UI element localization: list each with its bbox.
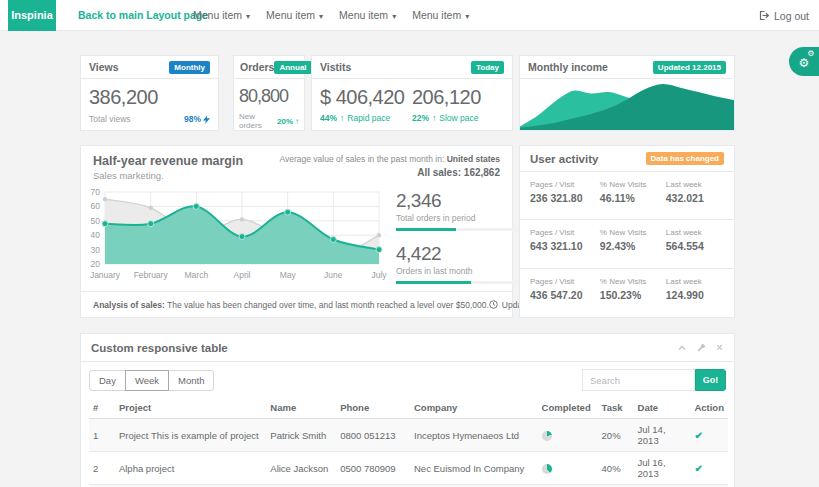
sign-out-icon [758, 10, 769, 21]
menu-item-label: Menu item [412, 9, 461, 21]
svg-text:May: May [280, 270, 297, 280]
svg-text:February: February [134, 270, 169, 280]
cell-phone: 0800 051213 [336, 419, 410, 452]
monthly-income-badge: Updated 12.2015 [653, 61, 726, 74]
svg-text:July: July [371, 270, 387, 280]
menu-item[interactable]: Menu item [412, 0, 469, 31]
orders-last-month-label: Orders in last month [396, 266, 521, 276]
caret-down-icon [388, 9, 396, 21]
cell-project: Alpha project [115, 452, 266, 485]
user-activity-row: Pages / Visit236 321.80% New Visits46.11… [520, 172, 734, 220]
custom-table-title: Custom responsive table [91, 342, 228, 354]
user-activity-cell: % New Visits150.23% [600, 277, 666, 317]
monthly-income-title: Monthly income [528, 61, 608, 73]
filter-week-button[interactable]: Week [125, 370, 169, 391]
search-input[interactable] [582, 369, 695, 391]
user-activity-cell-label: Pages / Visit [530, 180, 600, 189]
user-activity-cell-label: Last week [666, 180, 724, 189]
menu-item[interactable]: Menu item [193, 0, 250, 31]
collapse-chevron-up-icon[interactable] [677, 343, 687, 352]
table-header-row: #ProjectNamePhoneCompanyCompletedTaskDat… [89, 398, 728, 419]
brand-logo[interactable]: Inspinia [8, 0, 56, 31]
user-activity-row: Pages / Visit436 547.20% New Visits150.2… [520, 269, 734, 317]
vistits-badge: Today [471, 61, 504, 74]
pie-chart-icon [542, 464, 552, 474]
vistits-value-1: $ 406,420 [320, 86, 412, 109]
user-activity-cell-label: % New Visits [600, 228, 666, 237]
range-filter-group: DayWeekMonth [89, 370, 213, 391]
column-header: Completed [538, 398, 598, 419]
cell-date: Jul 14, 2013 [634, 419, 691, 452]
views-card-title: Views [89, 61, 119, 73]
caret-down-icon [315, 9, 323, 21]
cell-company: Inceptos Hymenaeos Ltd [410, 419, 538, 452]
menu-item-label: Menu item [339, 9, 388, 21]
table-row: 2Alpha projectAlice Jackson0500 780909Ne… [89, 452, 728, 485]
orders-in-period-progress [396, 228, 521, 231]
user-activity-cell-value: 46.11% [600, 192, 666, 204]
nav-menu: Menu itemMenu itemMenu itemMenu item [193, 0, 469, 31]
user-activity-cell: % New Visits46.11% [600, 180, 666, 219]
user-activity-cell-value: 150.23% [600, 289, 666, 301]
views-card: Views Monthly 386,200 Total views 98% [80, 55, 219, 131]
cell-phone: 0500 780909 [336, 452, 410, 485]
column-header: Project [115, 398, 266, 419]
close-icon[interactable] [715, 343, 724, 352]
custom-table-panel: Custom responsive table DayWeekMonth Go!… [80, 333, 735, 487]
views-value: 386,200 [89, 86, 210, 109]
logout-button[interactable]: Log out [758, 0, 809, 31]
cell-company: Nec Euismod In Company [410, 452, 538, 485]
user-activity-cell-value: 236 321.80 [530, 192, 600, 204]
user-activity-cell-label: Pages / Visit [530, 228, 600, 237]
pie-chart-icon [542, 431, 552, 441]
page: Inspinia Back to main Layout page Menu i… [0, 0, 819, 487]
user-activity-cell: Last week432.021 [666, 180, 724, 219]
cell-name: Alice Jackson [266, 452, 336, 485]
level-up-icon [295, 117, 299, 126]
orders-label: New orders [239, 112, 277, 130]
orders-badge: Annual [274, 61, 311, 74]
filter-day-button[interactable]: Day [89, 370, 126, 391]
menu-item[interactable]: Menu item [266, 0, 323, 31]
theme-settings-button[interactable] [789, 47, 819, 76]
filter-month-button[interactable]: Month [168, 370, 214, 391]
vistits-metric-2: 22% [412, 113, 429, 123]
revenue-panel-subtitle: Sales marketing. [93, 170, 243, 181]
svg-text:70: 70 [91, 187, 101, 197]
user-activity-cell: Pages / Visit643 321.10 [530, 228, 600, 267]
cell-action [690, 452, 728, 485]
back-to-layout-link[interactable]: Back to main Layout page [78, 0, 208, 31]
income-chart [520, 79, 734, 130]
check-icon [694, 430, 702, 441]
menu-item[interactable]: Menu item [339, 0, 396, 31]
user-activity-badge: Data has changed [646, 152, 724, 165]
user-activity-cell: Pages / Visit436 547.20 [530, 277, 600, 317]
analysis-label: Analysis of sales: [93, 300, 165, 310]
cell-name: Patrick Smith [266, 419, 336, 452]
revenue-panel: Half-year revenue margin Sales marketing… [80, 145, 513, 318]
orders-last-month-progress [396, 281, 521, 284]
go-button[interactable]: Go! [695, 369, 726, 391]
orders-in-period-label: Total orders in period [396, 213, 521, 223]
vistits-card: Vistits Today $ 406,420 44% Rapid pace 2… [311, 55, 513, 131]
svg-text:January: January [90, 270, 121, 280]
column-header: Name [266, 398, 336, 419]
column-header: # [89, 398, 115, 419]
orders-last-month-value: 4,422 [396, 243, 521, 265]
views-metric: 98% [184, 114, 201, 124]
avg-sales-label: Average value of sales in the past month… [280, 154, 445, 164]
svg-text:June: June [324, 270, 343, 280]
svg-text:30: 30 [91, 245, 101, 255]
vistits-value-2: 206,120 [412, 86, 504, 109]
user-activity-cell: Last week124.990 [666, 277, 724, 317]
wrench-icon[interactable] [696, 343, 706, 353]
projects-table: #ProjectNamePhoneCompanyCompletedTaskDat… [89, 398, 728, 487]
user-activity-cell-label: Pages / Visit [530, 277, 600, 286]
user-activity-cell-value: 92.43% [600, 240, 666, 252]
column-header: Task [598, 398, 634, 419]
svg-text:April: April [233, 270, 250, 280]
menu-item-label: Menu item [193, 9, 242, 21]
views-label: Total views [89, 114, 131, 124]
user-activity-cell-value: 124.990 [666, 289, 724, 301]
svg-text:March: March [185, 270, 209, 280]
